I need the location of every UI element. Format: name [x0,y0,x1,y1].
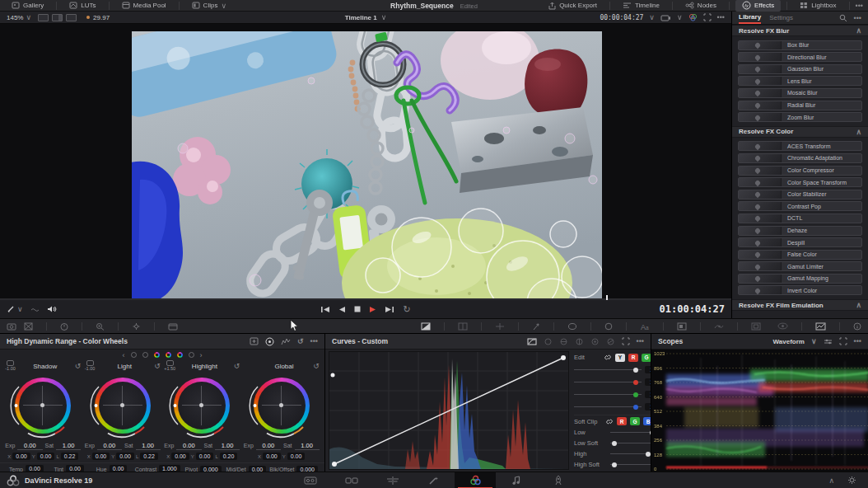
more-options-icon[interactable]: ••• [310,337,318,345]
b-channel-slider[interactable] [574,406,642,407]
y-value[interactable]: 0.00 [196,453,214,460]
camera-icon[interactable] [660,14,671,21]
tab-library[interactable]: Library [739,12,761,24]
add-zone-icon[interactable] [250,337,259,345]
fx-list-item[interactable]: Invert Color [738,285,862,295]
gang-link-icon[interactable] [605,418,614,425]
more-options-icon[interactable]: ••• [854,337,861,345]
page-media[interactable] [290,472,331,488]
hue-vs-lum-icon[interactable] [575,338,584,345]
shadow-zone-badge[interactable]: -1.00 [5,360,16,372]
page-fairlight[interactable] [496,472,537,488]
wireframe-icon[interactable] [24,322,33,331]
zone-dot[interactable] [189,352,194,358]
x-value[interactable]: 0.00 [92,453,110,460]
viewer-zoom-level[interactable]: 145% [7,14,23,21]
hue-vs-hue-icon[interactable] [544,338,553,345]
fx-list-item[interactable]: Gaussian Blur [738,64,862,74]
play-button[interactable] [369,306,376,313]
sat-value[interactable]: 1.00 [295,442,320,450]
zone-dot-active[interactable] [177,352,183,358]
gang-link-icon[interactable] [604,354,612,361]
video-frame[interactable] [132,31,602,298]
highlight-color-wheel[interactable] [169,373,235,439]
l-value[interactable]: 0.20 [220,453,238,460]
timer-icon[interactable] [60,322,68,331]
reset-icon[interactable]: ↺ [154,362,161,370]
zone-prev-icon[interactable]: ‹ [123,351,125,359]
preview-eye-icon[interactable] [777,322,788,330]
timeline-view-button[interactable]: Timeline [616,0,666,12]
fx-list-item[interactable]: Gamut Limiter [738,261,862,271]
magnify-icon[interactable] [96,322,105,331]
expand-viewer-icon[interactable] [703,13,712,21]
curves-custom-mode-icon[interactable] [527,338,537,345]
fx-list-item[interactable]: ACES Transform [738,141,862,151]
color-picker-icon[interactable] [132,322,141,331]
wheel-arc-sliders[interactable] [90,373,156,439]
gear-icon[interactable] [847,476,856,485]
power-window-circle-icon[interactable] [604,322,613,331]
image-wipe-icon[interactable] [421,322,431,331]
reset-icon[interactable]: ↺ [297,337,304,345]
split-screen-icon[interactable] [458,322,468,331]
single-viewer-icon[interactable] [38,14,49,21]
tracker-icon[interactable] [714,322,724,331]
y-value[interactable]: 0.00 [116,453,134,460]
fx-list-item[interactable]: Zoom Blur [738,112,862,122]
window-overlay-icon[interactable] [677,322,687,331]
info-icon[interactable] [853,322,861,331]
reset-icon[interactable]: ↺ [75,362,82,370]
quick-export-button[interactable]: Quick Export [542,0,604,12]
page-color[interactable] [455,472,496,488]
scopes-toggle-icon[interactable] [815,322,826,331]
sat-value[interactable]: 1.00 [56,442,81,450]
exp-value[interactable]: 0.00 [17,442,42,450]
lightbox-button[interactable]: Lightbox [793,0,842,12]
more-options-icon[interactable]: ••• [854,14,861,22]
light-color-wheel[interactable] [90,373,156,439]
gang-timecode[interactable]: 00:00:04:27 [600,14,643,21]
fx-list-item[interactable]: Contrast Pop [738,201,862,211]
grab-still-icon[interactable] [7,322,16,331]
fx-section-header[interactable]: Resolve FX Film Emulation ∧ [732,299,868,311]
exp-value[interactable]: 0.00 [256,442,281,450]
shadow-color-wheel[interactable] [10,373,76,439]
page-fusion[interactable] [413,472,455,488]
l-value[interactable]: 0.22 [140,453,158,460]
split-viewer-icon[interactable] [52,14,63,21]
page-cut[interactable] [331,472,372,488]
more-options-icon[interactable]: ••• [856,2,863,10]
fx-list-item[interactable]: False Color [738,250,862,260]
nodes-button[interactable]: Nodes [679,0,723,12]
sat-value[interactable]: 1.00 [136,442,161,450]
reset-icon[interactable]: ↺ [313,362,320,370]
waveform-scope[interactable]: 1023 896 768 640 512 384 256 128 0 [651,350,868,472]
x-value[interactable]: 0.00 [171,453,189,460]
gallery-button[interactable]: Gallery [5,0,50,12]
wheels-mode-icon[interactable] [265,337,274,346]
fx-list-item[interactable]: Box Blur [738,40,862,50]
first-frame-button[interactable] [320,306,330,313]
expand-panel-icon[interactable] [622,337,630,345]
hue-vs-sat-icon[interactable] [559,338,568,345]
effects-button[interactable]: fx Effects [735,0,781,12]
reset-icon[interactable]: ↺ [234,362,240,370]
exp-value[interactable]: 0.00 [176,442,201,450]
highlight-icon[interactable] [495,322,505,331]
histogram-mode-icon[interactable] [281,337,291,345]
fx-section-header[interactable]: Resolve FX Color ∧ [732,126,868,138]
fx-list-item[interactable]: Chromatic Adaptation [738,153,862,163]
x-value[interactable]: 0.00 [12,453,30,460]
r-channel-slider[interactable] [574,382,642,382]
curve-graph[interactable] [329,351,569,470]
light-zone-badge[interactable]: -1.00 [85,360,96,372]
zone-dot-active[interactable] [166,352,171,358]
page-edit[interactable] [372,472,413,488]
expand-panel-icon[interactable] [839,337,847,345]
zone-next-icon[interactable]: › [200,351,203,359]
fx-list-item[interactable]: Despill [738,237,862,247]
zone-dot-active[interactable] [154,352,160,358]
fx-list-item[interactable]: Lens Blur [738,76,862,86]
sat-vs-sat-icon[interactable] [606,338,615,345]
